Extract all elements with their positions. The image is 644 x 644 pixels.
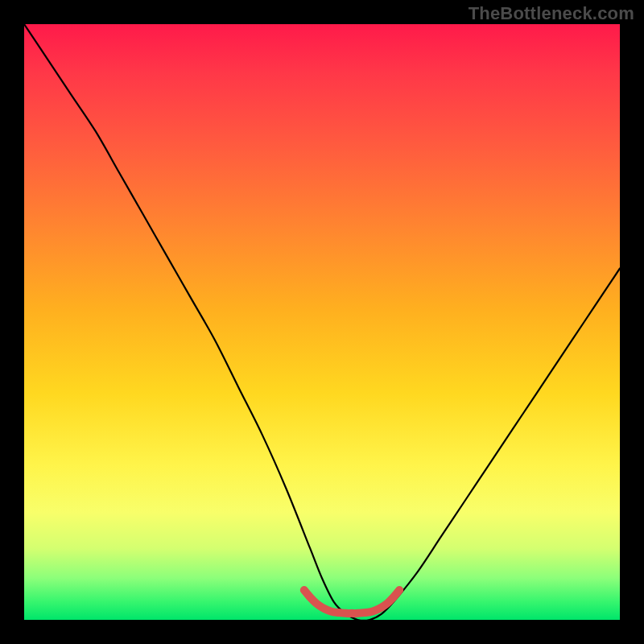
curve-layer [24, 24, 620, 620]
plot-area [24, 24, 620, 620]
red-band-path [304, 590, 399, 613]
chart-frame: TheBottleneck.com [0, 0, 644, 644]
black-curve-path [24, 24, 620, 620]
watermark-text: TheBottleneck.com [469, 3, 634, 24]
